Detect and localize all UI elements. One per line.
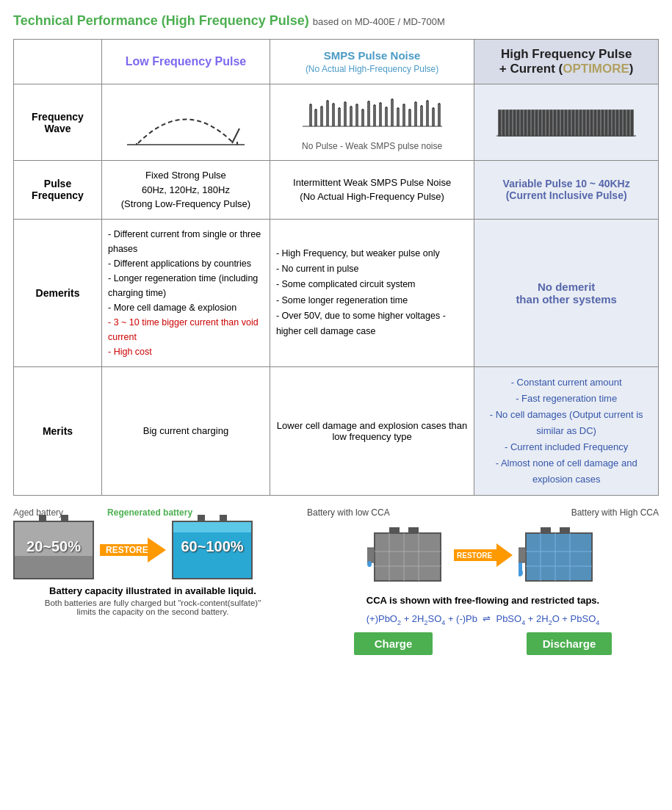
col-smps-wave: No Pulse - Weak SMPS pulse noise [270,84,474,161]
restore-arrow: RESTORE [100,535,166,565]
svg-rect-106 [613,110,615,136]
cca-caption: CCA is shown with free-flowing and restr… [307,595,659,606]
svg-rect-87 [543,110,545,136]
col-low-wave [102,84,270,161]
svg-rect-84 [532,110,534,136]
svg-rect-129 [519,548,526,563]
svg-rect-77 [506,110,508,136]
svg-point-131 [519,569,523,576]
cca-labels: Battery with low CCA Battery with High C… [307,507,659,518]
col-smps-pulse-freq: Intermittent Weak SMPS Pulse Noise(No Ac… [270,161,474,220]
svg-rect-114 [375,533,441,581]
svg-rect-99 [587,110,589,136]
svg-rect-92 [561,110,563,136]
row-header-pulse-freq: PulseFrequency [14,161,102,220]
svg-rect-115 [389,527,400,533]
svg-text:RESTORE: RESTORE [457,552,492,560]
svg-rect-76 [502,110,505,136]
row-header-freq-wave: FrequencyWave [14,84,102,161]
svg-rect-95 [572,110,574,136]
svg-rect-108 [620,110,622,136]
col-low-demerits: - Different current from single or three… [102,219,270,366]
svg-rect-103 [601,110,604,136]
page-title: Technical Performance (High Frequency Pu… [13,13,659,29]
battery-sub-caption: Both batteries are fully charged but "ro… [13,599,292,616]
svg-rect-101 [594,110,596,136]
svg-rect-111 [631,110,633,136]
svg-rect-126 [526,533,592,581]
svg-rect-91 [557,110,560,136]
svg-rect-127 [541,527,551,533]
svg-rect-89 [550,110,552,136]
col-high-demerits: No demeritthan other systems [474,219,659,366]
main-table: Low Frequency Pulse SMPS Pulse Noise (No… [13,39,659,496]
col-high-pulse-freq: Variable Pulse 10 ~ 40KHz(Current Inclus… [474,161,659,220]
svg-rect-102 [598,110,600,136]
regen-battery: 60~100% [172,521,253,579]
svg-rect-80 [517,110,519,136]
cca-low-svg [367,522,448,588]
battery-illustration: Aged battery Regenerated battery 20~50% [13,507,292,616]
row-header-demerits: Demerits [14,219,102,366]
restore-arrow-svg: RESTORE [100,535,166,565]
formula-text: (+)PbO2 + 2H2SO4 + (-)Pb ⇌ PbSO4 + 2H2O … [307,613,659,626]
col-smps-demerits: - High Frequency, but weaker pulse only … [270,219,474,366]
svg-rect-82 [524,110,527,136]
svg-rect-85 [535,110,538,136]
svg-rect-81 [521,110,523,136]
svg-point-118 [367,561,372,567]
charge-button[interactable]: Charge [354,632,433,655]
svg-rect-88 [546,110,549,136]
svg-rect-78 [510,110,512,136]
cca-restore-svg: RESTORE [454,542,513,568]
cca-low-battery [367,522,448,590]
smps-wave-note: No Pulse - Weak SMPS pulse noise [276,141,468,151]
svg-rect-79 [513,110,516,136]
formula-section: (+)PbO2 + 2H2SO4 + (-)Pb ⇌ PbSO4 + 2H2O … [307,613,659,655]
cca-batteries-row: RESTORE [307,522,659,590]
aged-battery-container: 20~50% [13,521,94,579]
title-sub: based on MD-400E / MD-700M [313,16,445,27]
regen-battery-container: 60~100% [172,521,253,579]
regen-label: Regenerated battery [107,507,192,518]
high-freq-wave-svg: // We'll just hardcode the dense pulses [493,99,640,143]
svg-rect-90 [554,110,556,136]
svg-rect-83 [528,110,530,136]
discharge-button[interactable]: Discharge [527,632,613,655]
cca-high-battery [519,522,599,590]
col-header-low: Low Frequency Pulse [102,40,270,84]
svg-rect-110 [627,110,629,136]
svg-rect-98 [583,110,585,136]
col-header-high: High Frequency Pulse + Current (OPTIMORE… [474,40,659,84]
row-header-merits: Merits [14,366,102,496]
cca-section: Battery with low CCA Battery with High C… [307,507,659,655]
col-header-empty [14,40,102,84]
svg-rect-107 [616,110,618,136]
aged-percent: 20~50% [15,538,93,555]
col-high-wave: // We'll just hardcode the dense pulses [474,84,659,161]
svg-rect-86 [539,110,541,136]
svg-rect-75 [499,110,501,136]
svg-rect-93 [565,110,567,136]
col-header-smps: SMPS Pulse Noise (No Actual High-Frequen… [270,40,474,84]
svg-rect-94 [568,110,571,136]
battery-caption: Battery capacity illustrated in availabl… [13,585,292,596]
svg-rect-104 [605,110,607,136]
svg-text:RESTORE: RESTORE [106,545,148,555]
low-freq-wave-svg [123,92,248,151]
col-low-pulse-freq: Fixed Strong Pulse60Hz, 120Hz, 180Hz(Str… [102,161,270,220]
svg-rect-117 [367,548,375,563]
title-main: Technical Performance (High Frequency Pu… [13,13,309,28]
col-high-merits: - Constant current amount - Fast regener… [474,366,659,496]
regen-percent: 60~100% [173,538,251,555]
smps-wave-svg [299,93,446,137]
svg-rect-96 [576,110,578,136]
svg-rect-97 [579,110,582,136]
bottom-section: Aged battery Regenerated battery 20~50% [13,507,659,655]
cca-high-label: Battery with High CCA [571,507,659,518]
svg-rect-116 [408,527,419,533]
btn-row: Charge Discharge [307,632,659,655]
svg-rect-100 [590,110,593,136]
cca-restore-arrow: RESTORE [454,542,513,571]
svg-rect-128 [560,527,570,533]
